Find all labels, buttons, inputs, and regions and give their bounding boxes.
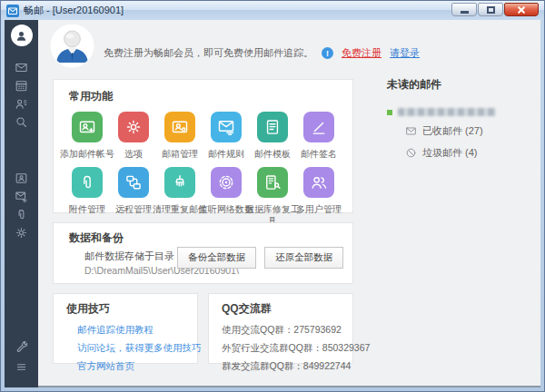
remote-manage-tile[interactable]: 远程管理 <box>111 167 156 227</box>
blurred-email-address <box>398 108 496 116</box>
mail-rules-icon <box>211 112 242 142</box>
db-repair-icon <box>257 167 288 198</box>
unread-mail-heading: 未读的邮件 <box>387 77 541 93</box>
unread-items: 已收邮件 (27) 垃圾邮件 (4) <box>387 124 541 160</box>
inbox-mail-icon <box>405 125 417 137</box>
mail-filter-icon[interactable] <box>15 190 28 203</box>
unread-folder-item[interactable]: 已收邮件 (27) <box>405 124 541 138</box>
search-icon[interactable] <box>15 115 28 129</box>
multi-user-icon <box>303 167 334 198</box>
maximize-icon <box>487 6 495 14</box>
banner-text: 免费注册为畅邮会员，即可免费使用邮件追踪。 <box>104 46 313 60</box>
app-window: 畅邮 - [User20160901] <box>0 0 545 392</box>
sidebar-account-avatar[interactable] <box>11 24 33 46</box>
mail-signature-tile[interactable]: 邮件签名 <box>296 112 342 160</box>
user-profile-avatar[interactable] <box>50 24 94 68</box>
info-icon: ! <box>322 47 333 59</box>
options-icon <box>118 112 149 142</box>
db-repair-tile[interactable]: 数据库修复工具 <box>250 167 295 227</box>
sidebar-bottom-group <box>15 339 28 374</box>
restore-all-button[interactable]: 还原全部数据 <box>264 247 343 269</box>
minimize-icon <box>461 11 469 14</box>
add-account-icon <box>72 112 103 142</box>
qq-group-lines: 使用交流QQ群：275793692外贸行业交流群QQ群：850329367群发交… <box>222 324 352 373</box>
contacts-icon[interactable] <box>15 97 28 111</box>
calendar-icon[interactable] <box>15 79 28 93</box>
sidebar-top-group <box>15 61 28 129</box>
window-controls <box>451 3 539 16</box>
attachment-manage-tile[interactable]: 附件管理 <box>64 167 110 227</box>
unread-folder-item[interactable]: 垃圾邮件 (4) <box>405 146 541 160</box>
gear-icon[interactable] <box>15 226 28 240</box>
tip-link[interactable]: 官方网站首页 <box>77 360 197 373</box>
app-logo-icon <box>6 5 19 17</box>
account-row[interactable] <box>387 108 541 116</box>
mail-icon[interactable] <box>15 61 28 74</box>
attachment-manage-icon <box>72 167 103 198</box>
data-backup-card: 数据和备份 邮件数据存储于目录： 【教程】 D:\DreamMail5\User… <box>53 222 353 284</box>
backup-all-button[interactable]: 备份全部数据 <box>177 247 256 269</box>
qq-group-line: 使用交流QQ群：275793692 <box>222 324 352 337</box>
mail-signature-icon <box>303 112 334 142</box>
close-button[interactable] <box>504 3 539 16</box>
backup-buttons: 备份全部数据 还原全部数据 <box>177 247 343 269</box>
clean-duplicates-icon <box>164 167 195 198</box>
data-backup-heading: 数据和备份 <box>69 230 352 246</box>
multi-user-tile[interactable]: 多用户管理 <box>296 167 342 227</box>
junk-block-icon <box>405 147 417 159</box>
tip-link[interactable]: 访问论坛，获得更多使用技巧 <box>77 342 197 355</box>
mail-template-icon <box>257 112 288 142</box>
sidebar <box>5 20 38 387</box>
usage-tips-heading: 使用技巧 <box>66 301 197 317</box>
account-card-icon[interactable] <box>15 172 28 185</box>
remote-manage-icon <box>118 167 149 198</box>
free-register-link[interactable]: 免费注册 <box>342 46 382 60</box>
usage-tips-card: 使用技巧 邮件追踪使用教程访问论坛，获得更多使用技巧官方网站首页 <box>53 293 198 364</box>
main-panel: 免费注册为畅邮会员，即可免费使用邮件追踪。 ! 免费注册 请登录 常用功能 添加… <box>38 20 540 387</box>
login-link[interactable]: 请登录 <box>390 46 420 60</box>
monitor-network-icon <box>211 167 242 198</box>
minimize-button[interactable] <box>451 3 477 16</box>
qq-groups-heading: QQ交流群 <box>222 301 352 317</box>
sidebar-middle-group <box>15 172 28 240</box>
function-tiles-grid: 添加邮件帐号 选项 邮箱管理 <box>54 104 352 234</box>
mailbox-manage-icon <box>164 112 195 142</box>
online-status-dot <box>387 110 392 115</box>
common-functions-heading: 常用功能 <box>69 89 352 104</box>
wrench-icon[interactable] <box>15 339 28 353</box>
paperclip-icon[interactable] <box>15 208 28 221</box>
window-content: 免费注册为畅邮会员，即可免费使用邮件追踪。 ! 免费注册 请登录 常用功能 添加… <box>5 20 540 387</box>
tip-link[interactable]: 邮件追踪使用教程 <box>77 324 197 337</box>
tips-links: 邮件追踪使用教程访问论坛，获得更多使用技巧官方网站首页 <box>77 324 197 373</box>
user-avatar-icon <box>15 29 28 43</box>
qq-groups-card: QQ交流群 使用交流QQ群：275793692外贸行业交流群QQ群：850329… <box>208 293 353 364</box>
common-functions-card: 常用功能 添加邮件帐号 选项 <box>53 79 353 213</box>
unread-mail-panel: 未读的邮件 已收邮件 (27) 垃圾邮件 (4 <box>387 77 541 160</box>
maximize-button[interactable] <box>478 3 503 16</box>
titlebar: 畅邮 - [User20160901] <box>1 1 544 20</box>
clean-duplicates-tile[interactable]: 清理重复邮件 <box>157 167 203 227</box>
window-title: 畅邮 - [User20160901] <box>24 4 447 17</box>
menu-icon[interactable] <box>15 360 28 374</box>
close-icon <box>517 5 526 15</box>
qq-group-line: 群发交流群QQ群：849922744 <box>222 360 352 373</box>
qq-group-line: 外贸行业交流群QQ群：850329367 <box>222 342 352 355</box>
registration-banner: 免费注册为畅邮会员，即可免费使用邮件追踪。 ! 免费注册 请登录 <box>104 46 420 60</box>
storage-dir-label: 邮件数据存储于目录： <box>84 250 184 261</box>
